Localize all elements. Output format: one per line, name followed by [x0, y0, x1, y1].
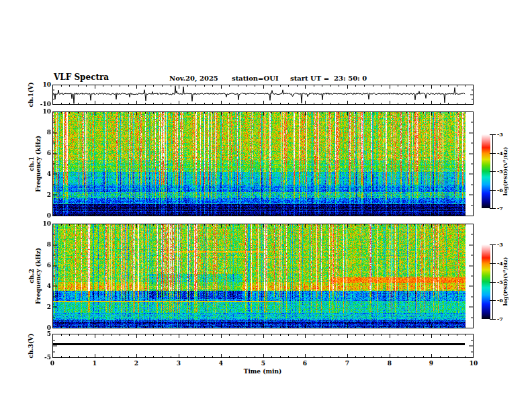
colorbar-tick-label: -6 — [497, 187, 503, 194]
x-tick-label: 9 — [425, 360, 438, 367]
ch1-waveform-plot — [52, 85, 474, 105]
y-tick-label: 8 — [35, 241, 51, 248]
colorbar-tick-label: -5 — [497, 279, 503, 286]
colorbar-tick-label: -6 — [497, 297, 503, 304]
colorbar-tick — [490, 171, 496, 172]
ch1-spectrogram-plot — [52, 111, 474, 216]
x-tick-label: 0 — [46, 360, 59, 367]
ch2-spectrogram-plot — [52, 224, 474, 328]
colorbar-tick-label: -3 — [497, 241, 503, 248]
colorbar-tick — [490, 300, 496, 301]
y-tick-label: 10 — [35, 220, 51, 228]
colorbar-tick — [490, 134, 496, 135]
x-tick-label: 3 — [172, 360, 185, 367]
station-label: station=OUI — [232, 75, 279, 82]
x-tick-label: 4 — [214, 360, 228, 367]
colorbar-tick-label: -7 — [497, 316, 503, 323]
colorbar-tick — [490, 190, 496, 191]
ch3-voltage-axis-label: ch.3(V) — [28, 334, 34, 359]
colorbar-tick-label: -7 — [497, 205, 503, 212]
x-tick-label: 5 — [257, 360, 270, 367]
y-tick-label: 0 — [35, 212, 51, 220]
y-tick-label: 8 — [35, 129, 51, 136]
colorbar-tick — [490, 208, 496, 209]
vlf-spectra-plot: VLF Spectra Nov.20, 2025 station=OUI sta… — [0, 0, 532, 411]
y-tick-label: 4 — [35, 171, 51, 178]
x-tick-label: 7 — [341, 360, 354, 367]
colorbar-tick-label: -4 — [497, 150, 503, 157]
colorbar-tick-label: -4 — [497, 260, 503, 267]
y-tick-label: 6 — [35, 262, 51, 269]
ch3-waveform-plot — [52, 334, 474, 358]
y-tick-label: 5 — [35, 330, 51, 338]
ch2-frequency-axis-label: ch.2 Frequency (kHz) — [28, 248, 42, 304]
ch1-voltage-axis-label: ch.1(V) — [28, 83, 34, 107]
page-title: VLF Spectra — [54, 73, 109, 82]
colorbar-tick — [490, 282, 496, 283]
x-tick-label: 8 — [383, 360, 396, 367]
y-tick-label: 4 — [35, 283, 51, 290]
date-label: Nov.20, 2025 — [169, 75, 218, 82]
x-axis-title: Time (min) — [236, 368, 290, 375]
colorbar-tick-label: -5 — [497, 168, 503, 175]
y-tick-label: 10 — [35, 108, 51, 116]
x-tick-label: 1 — [88, 360, 101, 367]
y-tick-label: 2 — [35, 304, 51, 311]
x-tick-label: 6 — [298, 360, 312, 367]
start-ut-label: start UT = 23: 50: 0 — [290, 75, 367, 82]
ch1-frequency-axis-label: ch.1 Frequency (kHz) — [28, 136, 42, 192]
y-tick-label: -10 — [35, 101, 51, 108]
y-tick-label: 10 — [35, 81, 51, 89]
colorbar-tick-label: -3 — [497, 131, 503, 138]
y-tick-label: 6 — [35, 150, 51, 157]
x-tick-label: 10 — [467, 360, 480, 367]
colorbar-tick — [490, 153, 496, 154]
colorbar-tick — [490, 263, 496, 264]
colorbar-tick — [490, 319, 496, 320]
x-tick-label: 2 — [130, 360, 143, 367]
colorbar-tick — [490, 244, 496, 245]
y-tick-label: 2 — [35, 191, 51, 199]
